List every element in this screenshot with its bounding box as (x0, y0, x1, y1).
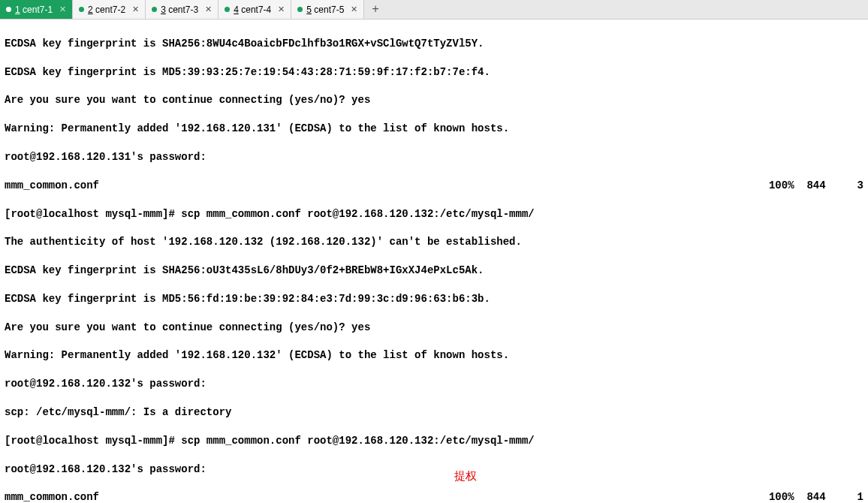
tab-num: 3 (161, 5, 166, 15)
status-dot-icon (225, 7, 230, 12)
tab-cent7-1[interactable]: 1 cent7-1 ✕ (0, 0, 73, 19)
tab-label: cent7-5 (314, 5, 344, 15)
status-dot-icon (297, 7, 303, 12)
terminal-line: [root@localhost mysql-mmm]# scp mmm_comm… (5, 434, 863, 448)
status-dot-icon (79, 7, 84, 12)
tab-label: cent7-1 (23, 5, 53, 15)
terminal-line: mmm_common.conf100% 844 3 (5, 179, 863, 193)
tab-num: 2 (88, 5, 93, 15)
terminal-line: The authenticity of host '192.168.120.13… (5, 235, 863, 249)
tab-cent7-4[interactable]: 4 cent7-4 ✕ (219, 0, 291, 19)
status-dot-icon (152, 7, 157, 12)
tab-cent7-5[interactable]: 5 cent7-5 ✕ (291, 0, 364, 19)
status-dot-icon (6, 7, 11, 12)
tab-label: cent7-4 (241, 5, 271, 15)
terminal-line: [root@localhost mysql-mmm]# scp mmm_comm… (5, 207, 863, 221)
tab-label: cent7-3 (168, 5, 198, 15)
tab-num: 5 (306, 5, 312, 15)
tab-cent7-2[interactable]: 2 cent7-2 ✕ (73, 0, 146, 19)
scp-stats: 100% 844 1 (769, 490, 863, 503)
annotation-label: 提权 (454, 468, 477, 483)
terminal-line: ECDSA key fingerprint is MD5:39:93:25:7e… (5, 65, 863, 80)
close-icon[interactable]: ✕ (351, 5, 357, 14)
scp-stats: 100% 844 3 (769, 179, 863, 193)
terminal-line: root@192.168.120.132's password: (5, 462, 863, 477)
add-tab-button[interactable]: + (364, 3, 387, 17)
tab-num: 1 (15, 5, 20, 15)
terminal-line: Are you sure you want to continue connec… (5, 321, 863, 335)
tab-label: cent7-2 (95, 5, 125, 15)
terminal-output[interactable]: ECDSA key fingerprint is SHA256:8WU4c4Bo… (0, 20, 868, 503)
tab-cent7-3[interactable]: 3 cent7-3 ✕ (146, 0, 219, 19)
terminal-line: Are you sure you want to continue connec… (5, 93, 863, 107)
terminal-line: ECDSA key fingerprint is SHA256:oU3t435s… (5, 264, 863, 278)
terminal-line: Warning: Permanently added '192.168.120.… (5, 122, 863, 136)
terminal-line: mmm_common.conf100% 844 1 (5, 490, 863, 503)
terminal-line: ECDSA key fingerprint is MD5:56:fd:19:be… (5, 292, 863, 306)
terminal-line: Warning: Permanently added '192.168.120.… (5, 348, 863, 363)
terminal-line: root@192.168.120.132's password: (5, 377, 863, 391)
close-icon[interactable]: ✕ (278, 5, 285, 14)
tab-num: 4 (234, 5, 239, 15)
close-icon[interactable]: ✕ (59, 5, 66, 14)
close-icon[interactable]: ✕ (205, 5, 212, 14)
terminal-line: root@192.168.120.131's password: (5, 150, 863, 164)
terminal-line: ECDSA key fingerprint is SHA256:8WU4c4Bo… (5, 37, 863, 51)
terminal-line: scp: /etc/mysql-mmm/: Is a directory (5, 405, 863, 420)
close-icon[interactable]: ✕ (132, 5, 139, 14)
tab-bar: 1 cent7-1 ✕ 2 cent7-2 ✕ 3 cent7-3 ✕ 4 ce… (0, 0, 868, 20)
